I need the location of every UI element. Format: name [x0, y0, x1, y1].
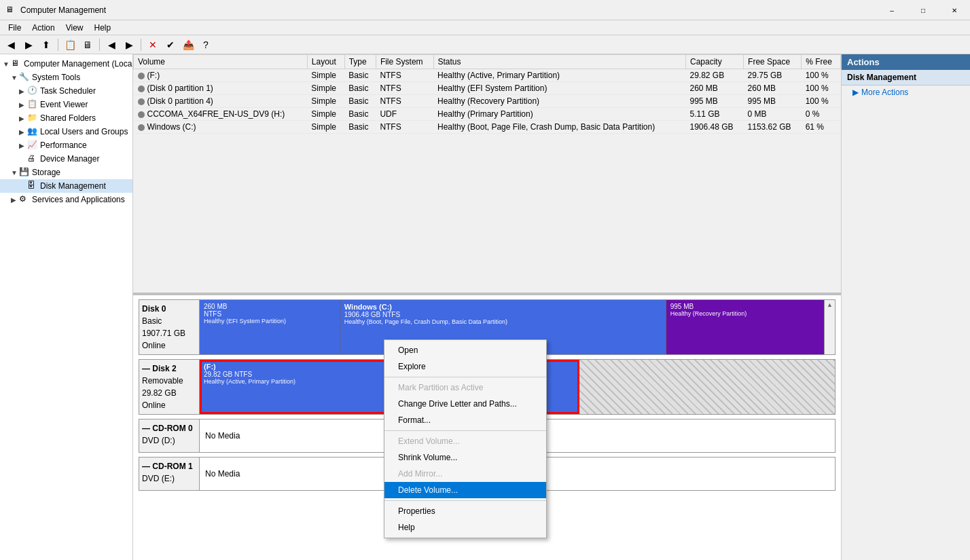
partition-d2p2[interactable] — [579, 360, 835, 414]
forward-button2[interactable]: ▶ — [121, 37, 137, 52]
ctx-help[interactable]: Help — [384, 519, 546, 536]
ctx-open[interactable]: Open — [384, 342, 546, 358]
table-row[interactable]: Windows (C:)SimpleBasicNTFSHealthy (Boot… — [134, 121, 841, 134]
ctx-sep1 — [384, 377, 546, 377]
ctx-format[interactable]: Format... — [384, 412, 546, 428]
context-menu: Open Explore Mark Partition as Active Ch… — [384, 339, 547, 538]
arrow-icon: ▶ — [19, 128, 27, 136]
clock-icon: 🕐 — [27, 86, 38, 96]
arrow-icon: ▶ — [19, 101, 27, 109]
sep3 — [141, 39, 141, 51]
col-type[interactable]: Type — [344, 55, 376, 69]
sidebar-item-performance[interactable]: ▶ 📈 Performance — [0, 138, 132, 152]
volume-panel: Volume Layout Type File System Status Ca… — [133, 54, 841, 295]
maximize-button[interactable]: □ — [908, 0, 939, 20]
toolbar-check[interactable]: ✔ — [162, 37, 179, 52]
toolbar-export[interactable]: 📤 — [180, 37, 196, 52]
table-row[interactable]: (F:)SimpleBasicNTFSHealthy (Active, Prim… — [134, 69, 841, 82]
up-button[interactable]: ⬆ — [38, 37, 54, 52]
sidebar-label-services: Services and Applications — [32, 195, 125, 204]
menu-view[interactable]: View — [60, 22, 89, 34]
disk-volume-icon — [138, 124, 145, 131]
new-window-button[interactable]: 🖥 — [79, 37, 96, 52]
sidebar-label-event-viewer: Event Viewer — [40, 100, 88, 109]
show-hide-console-button[interactable]: 📋 — [62, 37, 78, 52]
toolbar-pin[interactable]: ✕ — [145, 37, 161, 52]
back-button[interactable]: ◀ — [3, 37, 19, 52]
more-actions-label: More Actions — [861, 88, 908, 97]
disk-volume-icon — [138, 73, 145, 79]
sep1 — [58, 39, 58, 51]
ctx-change-letter[interactable]: Change Drive Letter and Paths... — [384, 396, 546, 412]
cdrom0-status: No Media — [205, 431, 240, 441]
disk-volume-icon — [138, 111, 145, 118]
forward-button[interactable]: ▶ — [20, 37, 37, 52]
menu-help[interactable]: Help — [89, 22, 117, 34]
col-free[interactable]: Free Space — [744, 55, 802, 69]
more-actions-link[interactable]: ▶ More Actions — [842, 86, 970, 99]
disk-label-0: Disk 0 Basic 1907.71 GB Online — [139, 299, 200, 355]
table-row[interactable]: CCCOMA_X64FRE_EN-US_DV9 (H:)SimpleBasicU… — [134, 108, 841, 121]
table-row[interactable]: (Disk 0 partition 4)SimpleBasicNTFSHealt… — [134, 95, 841, 108]
partition-d0p3[interactable]: 995 MB Healthy (Recovery Partition) — [666, 300, 824, 354]
ctx-delete[interactable]: Delete Volume... — [384, 482, 546, 498]
sidebar-item-system-tools[interactable]: ▼ 🔧 System Tools — [0, 71, 132, 84]
back-button2[interactable]: ◀ — [103, 37, 120, 52]
col-capacity[interactable]: Capacity — [686, 55, 744, 69]
minimize-button[interactable]: – — [876, 0, 908, 20]
col-filesystem[interactable]: File System — [376, 55, 433, 69]
sidebar-label-device-manager: Device Manager — [40, 154, 99, 164]
close-button[interactable]: ✕ — [939, 0, 970, 20]
disk-size-0: 1907.71 GB — [142, 327, 196, 339]
cdrom1-status: No Media — [205, 469, 240, 479]
ctx-add-mirror: Add Mirror... — [384, 466, 546, 482]
disk-label-cdrom0: — CD-ROM 0 DVD (D:) — [139, 419, 200, 453]
arrow-icon: ▶ — [11, 196, 19, 204]
toolbar-help[interactable]: ? — [198, 37, 214, 52]
sidebar-item-event-viewer[interactable]: ▶ 📋 Event Viewer — [0, 98, 132, 111]
disk-type-cdrom1: DVD (E:) — [142, 472, 196, 485]
menu-bar: File Action View Help — [0, 20, 970, 35]
performance-icon: 📈 — [27, 140, 38, 151]
sidebar-label-performance: Performance — [40, 141, 87, 150]
table-row[interactable]: (Disk 0 partition 1)SimpleBasicNTFSHealt… — [134, 82, 841, 95]
services-icon: ⚙ — [19, 194, 30, 205]
sidebar-item-local-users[interactable]: ▶ 👥 Local Users and Groups — [0, 125, 132, 138]
ctx-explore[interactable]: Explore — [384, 358, 546, 375]
app-icon: 🖥 — [5, 5, 16, 16]
disk-name-cdrom0: — CD-ROM 0 — [142, 422, 196, 434]
partition-d0p1[interactable]: 260 MB NTFS Healthy (EFI System Partitio… — [200, 300, 340, 354]
sidebar: ▼ 🖥 Computer Management (Local ▼ 🔧 Syste… — [0, 54, 133, 560]
arrow-icon: ▶ — [19, 88, 27, 95]
col-status[interactable]: Status — [433, 55, 685, 69]
sidebar-label-local-users: Local Users and Groups — [40, 127, 128, 136]
arrow-icon: ▼ — [11, 169, 19, 176]
menu-action[interactable]: Action — [26, 22, 60, 34]
ctx-sep3 — [384, 500, 546, 501]
ctx-mark-active: Mark Partition as Active — [384, 379, 546, 396]
disk-label-cdrom1: — CD-ROM 1 DVD (E:) — [139, 457, 200, 491]
sidebar-item-services[interactable]: ▶ ⚙ Services and Applications — [0, 193, 132, 206]
ctx-extend: Extend Volume... — [384, 433, 546, 449]
actions-panel: Actions Disk Management ▶ More Actions — [841, 54, 970, 560]
sidebar-item-task-scheduler[interactable]: ▶ 🕐 Task Scheduler — [0, 84, 132, 98]
sidebar-item-device-manager[interactable]: ▶ 🖨 Device Manager — [0, 152, 132, 166]
col-pct[interactable]: % Free — [802, 55, 841, 69]
ctx-properties[interactable]: Properties — [384, 503, 546, 519]
sidebar-item-disk-management[interactable]: ▶ 🗄 Disk Management — [0, 179, 132, 193]
disk-type-cdrom0: DVD (D:) — [142, 434, 196, 447]
disk-name-2: — Disk 2 — [142, 362, 196, 375]
arrow-icon: ▼ — [3, 60, 11, 68]
window-controls: – □ ✕ — [876, 0, 970, 20]
disk0-scrollbar: ▲ — [825, 299, 836, 355]
disk-volume-icon — [138, 98, 145, 105]
event-icon: 📋 — [27, 99, 38, 110]
folder-icon: 📁 — [27, 113, 38, 124]
sidebar-item-shared-folders[interactable]: ▶ 📁 Shared Folders — [0, 111, 132, 125]
ctx-shrink[interactable]: Shrink Volume... — [384, 449, 546, 466]
col-volume[interactable]: Volume — [134, 55, 308, 69]
menu-file[interactable]: File — [3, 22, 26, 34]
col-layout[interactable]: Layout — [307, 55, 344, 69]
sidebar-item-storage[interactable]: ▼ 💾 Storage — [0, 166, 132, 179]
sidebar-item-root[interactable]: ▼ 🖥 Computer Management (Local — [0, 57, 132, 71]
